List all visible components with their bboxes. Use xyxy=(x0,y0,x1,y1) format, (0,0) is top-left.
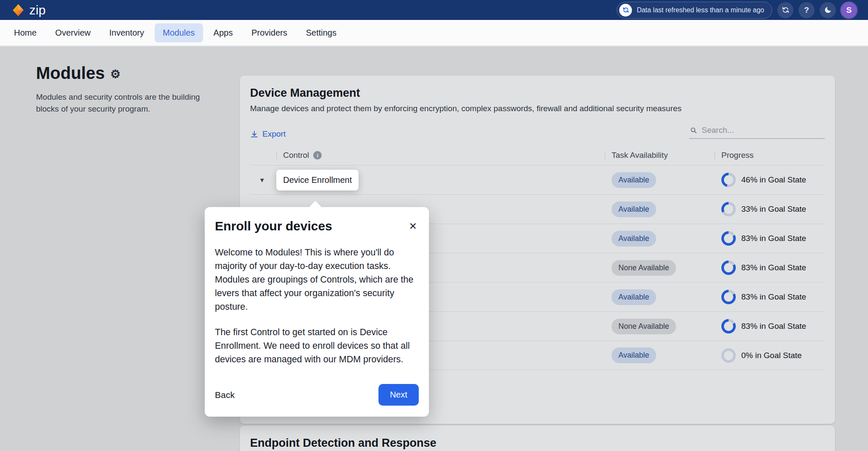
popover-title: Enroll your devices xyxy=(215,219,332,233)
primary-tab-bar: Home Overview Inventory Modules Apps Pro… xyxy=(0,20,868,46)
sync-button[interactable] xyxy=(777,2,793,18)
tab-home[interactable]: Home xyxy=(6,23,45,42)
tab-apps[interactable]: Apps xyxy=(206,23,241,42)
tab-settings[interactable]: Settings xyxy=(298,23,345,42)
navbar-right-cluster: Data last refreshed less than a minute a… xyxy=(617,2,857,19)
user-avatar[interactable]: S xyxy=(841,2,857,18)
popover-paragraph-2: The first Control to get started on is D… xyxy=(215,325,419,366)
control-name-device-enrollment[interactable]: Device Enrollment xyxy=(276,170,359,190)
dark-mode-toggle[interactable] xyxy=(820,2,836,18)
moon-icon xyxy=(824,6,832,14)
help-button[interactable]: ? xyxy=(798,2,815,18)
tab-modules[interactable]: Modules xyxy=(155,23,203,42)
tab-inventory[interactable]: Inventory xyxy=(101,23,152,42)
data-refresh-status-pill: Data last refreshed less than a minute a… xyxy=(617,2,772,19)
brand-name: zip xyxy=(29,3,46,17)
tour-dim-overlay xyxy=(0,46,868,451)
zip-logo[interactable]: zip xyxy=(11,3,46,17)
avatar-initial: S xyxy=(846,6,852,15)
back-button[interactable]: Back xyxy=(208,385,242,405)
tour-popover: Enroll your devices ✕ Welcome to Modules… xyxy=(205,207,429,417)
popover-header: Enroll your devices ✕ xyxy=(215,219,419,234)
refresh-cycle-icon[interactable] xyxy=(619,4,632,17)
tab-providers[interactable]: Providers xyxy=(243,23,295,42)
tab-overview[interactable]: Overview xyxy=(47,23,98,42)
next-button[interactable]: Next xyxy=(378,384,419,406)
close-icon[interactable]: ✕ xyxy=(407,219,419,234)
zip-diamond-icon xyxy=(11,3,25,17)
popover-paragraph-1: Welcome to Modules! This is where you'll… xyxy=(215,246,419,314)
popover-footer: Back Next xyxy=(215,384,419,406)
sync-icon xyxy=(782,6,790,14)
top-navbar: zip Data last refreshed less than a minu… xyxy=(0,0,868,20)
refresh-status-text: Data last refreshed less than a minute a… xyxy=(637,6,764,14)
question-mark-icon: ? xyxy=(804,6,809,15)
